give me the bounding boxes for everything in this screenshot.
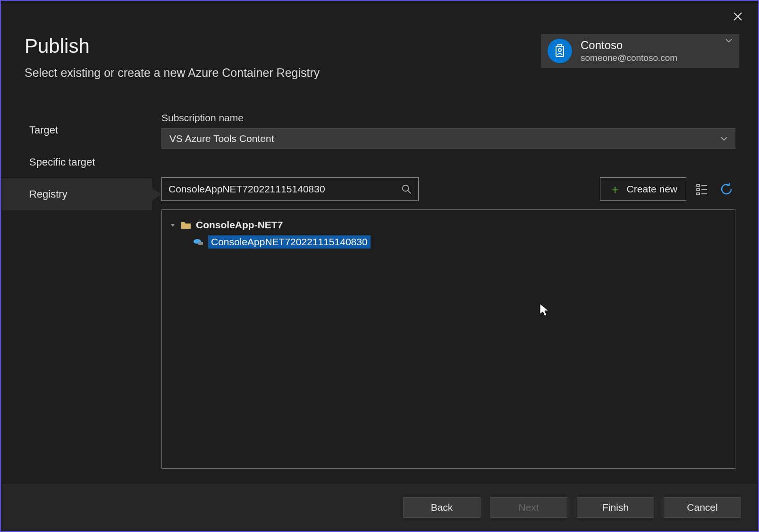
create-new-label: Create new (627, 183, 677, 195)
svg-rect-14 (198, 242, 203, 245)
dialog-body: Target Specific target Registry Subscrip… (1, 108, 758, 484)
tree-expander[interactable] (169, 222, 176, 228)
search-icon (401, 184, 412, 194)
subscription-dropdown[interactable]: VS Azure Tools Content (161, 128, 735, 149)
svg-rect-6 (697, 184, 700, 186)
plus-icon: ＋ (609, 183, 621, 195)
registry-tree: ConsoleApp-NET7 ConsoleAppNET72022111514… (161, 209, 735, 469)
chevron-down-icon (725, 39, 733, 42)
registry-toolbar: ＋ Create new (161, 177, 735, 201)
tree-folder-row[interactable]: ConsoleApp-NET7 (167, 216, 730, 233)
account-name: Contoso (581, 39, 725, 52)
sidebar-item-label: Registry (29, 188, 67, 200)
tree-item-row[interactable]: ConsoleAppNET720221115140830 (193, 233, 730, 250)
svg-rect-8 (697, 189, 700, 191)
close-button[interactable] (731, 9, 745, 24)
tree-folder-label: ConsoleApp-NET7 (196, 219, 283, 231)
search-input[interactable] (169, 178, 401, 200)
sidebar-item-label: Target (29, 124, 58, 136)
account-text: Contoso someone@contoso.com (581, 39, 725, 63)
publish-dialog: Contoso someone@contoso.com Publish Sele… (0, 0, 759, 532)
container-registry-icon (193, 238, 203, 246)
subscription-value: VS Azure Tools Content (169, 133, 274, 144)
sidebar-item-registry[interactable]: Registry (1, 178, 152, 210)
account-email: someone@contoso.com (581, 53, 725, 63)
chevron-down-icon (721, 137, 727, 141)
dialog-subtitle: Select existing or create a new Azure Co… (25, 66, 734, 80)
create-new-button[interactable]: ＋ Create new (600, 177, 686, 201)
refresh-button[interactable] (717, 180, 735, 198)
cancel-button[interactable]: Cancel (664, 497, 741, 518)
finish-button[interactable]: Finish (577, 497, 654, 518)
tree-view-icon (696, 183, 708, 195)
chevron-expanded-icon (170, 223, 175, 227)
svg-point-4 (403, 185, 409, 191)
svg-point-3 (558, 49, 561, 51)
folder-icon (181, 221, 191, 229)
next-button: Next (490, 497, 567, 518)
account-picker[interactable]: Contoso someone@contoso.com (541, 34, 739, 68)
refresh-icon (720, 183, 733, 196)
sidebar-item-label: Specific target (29, 156, 95, 168)
main-panel: Subscription name VS Azure Tools Content… (152, 108, 758, 484)
svg-line-5 (408, 191, 411, 193)
subscription-label: Subscription name (161, 112, 735, 124)
dialog-footer: Back Next Finish Cancel (1, 484, 758, 531)
account-badge-icon (548, 39, 572, 63)
wizard-sidebar: Target Specific target Registry (1, 108, 152, 484)
svg-marker-12 (171, 224, 175, 227)
search-box[interactable] (161, 177, 419, 201)
back-button[interactable]: Back (403, 497, 481, 518)
close-icon (733, 12, 742, 21)
sidebar-item-specific-target[interactable]: Specific target (1, 146, 152, 178)
tree-item-label: ConsoleAppNET720221115140830 (208, 235, 371, 249)
view-mode-button[interactable] (693, 180, 711, 198)
sidebar-item-target[interactable]: Target (1, 114, 152, 146)
svg-rect-10 (697, 193, 700, 195)
